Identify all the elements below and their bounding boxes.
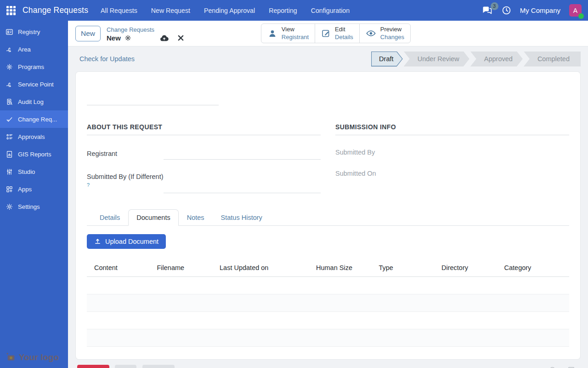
nav-new-request[interactable]: New Request	[151, 7, 190, 14]
status-step-approved: Approved	[470, 52, 523, 67]
hand-icon	[6, 80, 13, 88]
sidebar-item-studio[interactable]: Studio	[0, 163, 68, 180]
people-list-icon	[6, 133, 13, 141]
sidebar-item-area[interactable]: Area	[0, 40, 68, 58]
section-title-about: ABOUT THIS REQUEST	[87, 123, 321, 135]
col-human-size: Human Size	[309, 260, 372, 277]
avatar[interactable]: A	[569, 4, 582, 17]
registrant-input[interactable]	[164, 148, 321, 160]
record-settings-gear-icon[interactable]	[124, 34, 131, 41]
logo-text: Your logo	[19, 352, 59, 362]
status-pipeline: Draft Under Review Approved Completed	[371, 52, 581, 67]
sliders-icon	[6, 168, 13, 176]
gear-icon	[6, 203, 13, 211]
record-new-badge[interactable]: New	[75, 26, 101, 41]
col-type: Type	[372, 260, 435, 277]
sidebar-item-service-point[interactable]: Service Point	[0, 75, 68, 93]
app-squares-icon	[6, 185, 13, 193]
about-this-request-section: ABOUT THIS REQUEST Registrant Submitted …	[87, 123, 321, 193]
check-for-updates-link[interactable]: Check for Updates	[79, 55, 135, 63]
view-registrant-button[interactable]: View Registrant	[261, 23, 315, 43]
col-directory: Directory	[434, 260, 497, 277]
flower-icon	[6, 63, 13, 71]
sidebar-item-audit-log[interactable]: Audit Log	[0, 93, 68, 110]
main-area: New Change Requests New	[68, 21, 588, 368]
documents-panel: Upload Document Content Filename Last Up…	[87, 226, 569, 347]
record-action-buttons: View Registrant Edit Details	[261, 23, 411, 43]
sidebar-item-approvals[interactable]: Approvals	[0, 128, 68, 145]
table-row	[87, 294, 569, 311]
sidebar: Registry Area Programs Service Point Aud…	[0, 21, 68, 368]
registrant-label: Registrant	[87, 149, 164, 160]
app-grid-icon[interactable]	[6, 6, 16, 15]
sidebar-item-apps[interactable]: Apps	[0, 180, 68, 198]
top-bar: Change Requests All Requests New Request…	[0, 0, 588, 21]
request-form-card: ABOUT THIS REQUEST Registrant Submitted …	[75, 71, 581, 360]
record-header: New Change Requests New	[68, 21, 588, 46]
hand-icon	[6, 46, 13, 53]
breadcrumb: Change Requests New	[107, 25, 184, 42]
history-clock-icon[interactable]	[502, 6, 511, 15]
danger-button[interactable]	[77, 365, 109, 368]
footer-icons	[531, 365, 574, 368]
avatar-initial: A	[573, 7, 577, 14]
submitted-by-if-different-label: Submitted By (If Different) ?	[87, 172, 164, 193]
nav-configuration[interactable]: Configuration	[311, 7, 350, 14]
detail-tabs: Details Documents Notes Status History	[87, 209, 569, 226]
status-step-completed: Completed	[524, 52, 581, 67]
submission-info-section: SUBMISSION INFO Submitted By Submitted O…	[335, 123, 569, 193]
close-icon[interactable]	[178, 35, 184, 41]
nav-reporting[interactable]: Reporting	[269, 7, 297, 14]
table-row	[87, 276, 569, 294]
notification-badge: 3	[491, 2, 498, 10]
tab-notes[interactable]: Notes	[179, 209, 213, 226]
submitted-by-if-different-row: Submitted By (If Different) ?	[87, 172, 321, 193]
cloud-upload-icon[interactable]	[160, 34, 169, 41]
neutral-button-2[interactable]	[142, 365, 175, 368]
submitted-by-row: Submitted By	[335, 148, 569, 156]
registrant-row: Registrant	[87, 148, 321, 160]
breadcrumb-current: New	[107, 34, 121, 42]
id-card-icon	[6, 28, 13, 36]
upload-icon	[94, 238, 101, 245]
documents-table-header: Content Filename Last Updated on Human S…	[87, 260, 569, 277]
breadcrumb-parent-link[interactable]: Change Requests	[107, 26, 154, 33]
sidebar-item-registry[interactable]: Registry	[0, 23, 68, 40]
company-name[interactable]: My Company	[520, 6, 560, 14]
table-row	[87, 311, 569, 329]
table-row	[87, 329, 569, 346]
status-step-under-review: Under Review	[404, 52, 469, 67]
help-question-icon[interactable]: ?	[87, 182, 90, 188]
person-icon	[267, 29, 277, 39]
edit-icon	[321, 29, 331, 38]
app-title: Change Requests	[23, 6, 88, 15]
nav-all-requests[interactable]: All Requests	[101, 7, 137, 14]
tab-documents[interactable]: Documents	[128, 209, 178, 226]
chat-icon[interactable]: 3	[482, 6, 493, 15]
preview-changes-button[interactable]: Preview Changes	[359, 23, 411, 43]
tab-status-history[interactable]: Status History	[213, 209, 271, 226]
status-step-draft: Draft	[371, 52, 403, 67]
footer-actions	[77, 365, 581, 368]
map-document-icon	[6, 150, 13, 158]
col-filename: Filename	[150, 260, 213, 277]
camera-icon	[6, 352, 16, 362]
checkmark-icon	[6, 115, 13, 123]
presence-dot-icon	[578, 13, 584, 19]
col-content: Content	[87, 260, 150, 277]
eye-icon	[366, 28, 376, 39]
submitted-by-if-different-input[interactable]	[164, 181, 321, 193]
sidebar-item-gis-reports[interactable]: GIS Reports	[0, 145, 68, 163]
sidebar-item-programs[interactable]: Programs	[0, 58, 68, 75]
upload-document-button[interactable]: Upload Document	[87, 234, 166, 249]
submitted-by-label: Submitted By	[335, 149, 375, 156]
documents-table: Content Filename Last Updated on Human S…	[87, 260, 569, 347]
tab-details[interactable]: Details	[91, 209, 128, 226]
edit-details-button[interactable]: Edit Details	[315, 23, 360, 43]
nav-pending-approval[interactable]: Pending Approval	[204, 7, 255, 14]
sidebar-item-settings[interactable]: Settings	[0, 198, 68, 215]
neutral-button-1[interactable]	[115, 365, 136, 368]
placeholder-logo: Your logo	[6, 352, 59, 362]
sidebar-item-change-requests[interactable]: Change Req...	[0, 110, 68, 128]
request-title-field[interactable]	[87, 95, 219, 105]
